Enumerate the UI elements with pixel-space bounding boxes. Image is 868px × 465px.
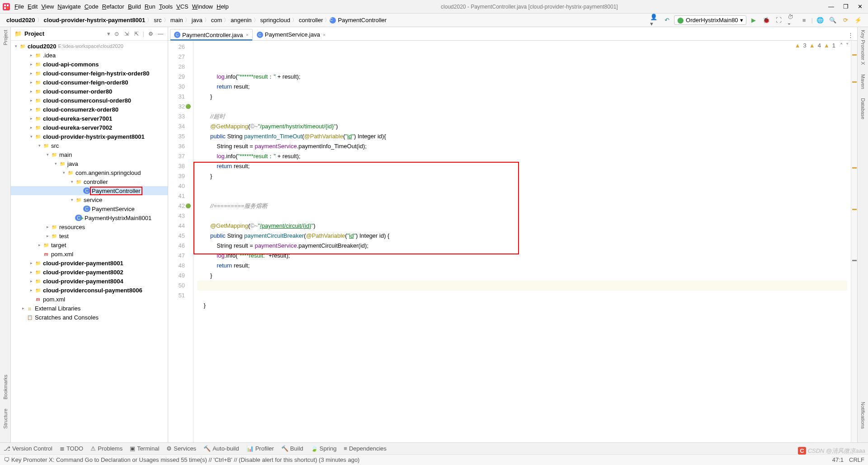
close-tab-icon[interactable]: × bbox=[245, 32, 248, 38]
tree-root[interactable]: ▾📁cloud2020E:\idea-workspace\cloud2020 bbox=[11, 42, 168, 51]
tree-item[interactable]: ▾📁controller bbox=[11, 177, 168, 186]
tree-item[interactable]: ▸📁cloud-provider-payment8004 bbox=[11, 277, 168, 286]
tree-item[interactable]: ▸📁cloud-consumer-feign-hystrix-order80 bbox=[11, 69, 168, 78]
tree-item[interactable]: ▾📁cloud-provider-hystrix-payment8001 bbox=[11, 132, 168, 141]
menu-window[interactable]: Window bbox=[190, 2, 215, 11]
chevron-down-icon[interactable]: ▾ bbox=[107, 30, 110, 37]
tree-item[interactable]: mpom.xml bbox=[11, 295, 168, 304]
expand-all-icon[interactable]: ⇲ bbox=[123, 30, 130, 38]
tree-item[interactable]: 📋Scratches and Consoles bbox=[11, 313, 168, 322]
bottom-tool-build[interactable]: 🔨Build bbox=[281, 445, 303, 452]
back-icon[interactable]: ↶ bbox=[663, 16, 671, 24]
tree-item[interactable]: ▸📁cloud-provider-payment8001 bbox=[11, 258, 168, 268]
profile-icon[interactable]: ⏱▾ bbox=[788, 16, 796, 24]
inspection-widget[interactable]: ▲3 ▲4 ▲1 ˄ ˅ bbox=[795, 42, 849, 49]
tree-item[interactable]: ▸📁target bbox=[11, 240, 168, 249]
maximize-button[interactable]: ❐ bbox=[843, 3, 849, 10]
tree-item[interactable]: ▸📁cloud-providerconsul-payment8006 bbox=[11, 286, 168, 295]
bottom-tool-terminal[interactable]: ▣Terminal bbox=[130, 445, 159, 452]
settings-icon[interactable]: ⚡ bbox=[854, 16, 862, 24]
editor-tab[interactable]: CPaymentController.java× bbox=[170, 29, 253, 41]
tree-item[interactable]: ▾📁com.angenin.springcloud bbox=[11, 168, 168, 177]
code-text[interactable]: log.info("******result：" + result); retu… bbox=[193, 41, 851, 442]
menu-view[interactable]: View bbox=[39, 2, 56, 11]
breadcrumb[interactable]: cloud2020 bbox=[5, 16, 37, 24]
tree-item[interactable]: ▸📁cloud-eureka-server7001 bbox=[11, 114, 168, 123]
bottom-tool-auto-build[interactable]: 🔨Auto-build bbox=[203, 445, 239, 452]
close-tab-icon[interactable]: × bbox=[323, 32, 326, 38]
menu-navigate[interactable]: Navigate bbox=[56, 2, 82, 11]
tree-item[interactable]: ▸⫼External Libraries bbox=[11, 304, 168, 313]
breadcrumb[interactable]: com bbox=[209, 16, 224, 24]
settings-gear-icon[interactable]: ⚙ bbox=[147, 30, 154, 38]
breadcrumb[interactable]: controller bbox=[297, 16, 325, 24]
tabs-more-icon[interactable]: ⋮ bbox=[844, 30, 857, 40]
rail-project[interactable]: Project bbox=[3, 30, 8, 45]
breadcrumb[interactable]: angenin bbox=[229, 16, 253, 24]
menu-help[interactable]: Help bbox=[215, 2, 231, 11]
run-gutter-icon[interactable]: 🟢 bbox=[185, 102, 191, 112]
line-separator[interactable]: CRLF bbox=[849, 456, 864, 463]
tree-item[interactable]: ▸📁cloud-consumerzk-order80 bbox=[11, 105, 168, 114]
menu-build[interactable]: Build bbox=[126, 2, 143, 11]
breadcrumb[interactable]: java bbox=[190, 16, 204, 24]
breadcrumb[interactable]: main bbox=[169, 16, 185, 24]
tree-item[interactable]: ▸📁cloud-consumer-order80 bbox=[11, 87, 168, 96]
tree-item[interactable]: ▾📁main bbox=[11, 150, 168, 159]
rail-maven[interactable]: Maven bbox=[860, 74, 866, 89]
menu-code[interactable]: Code bbox=[83, 2, 100, 11]
stop-button-icon[interactable]: ■ bbox=[800, 16, 808, 24]
rail-database[interactable]: Database bbox=[860, 98, 866, 119]
error-stripe[interactable] bbox=[851, 41, 857, 442]
add-user-icon[interactable]: 👤▾ bbox=[650, 16, 658, 24]
hide-pane-icon[interactable]: — bbox=[157, 30, 164, 38]
menu-tools[interactable]: Tools bbox=[157, 2, 175, 11]
breadcrumb[interactable]: src bbox=[152, 16, 163, 24]
menu-edit[interactable]: Edit bbox=[26, 2, 39, 11]
run-button-icon[interactable]: ▶ bbox=[750, 16, 758, 24]
tree-item[interactable]: ▸📁cloud-consumerconsul-order80 bbox=[11, 96, 168, 105]
tree-item[interactable]: ▸📁resources bbox=[11, 222, 168, 231]
run-config-combo[interactable]: ⬤ OrderHystrixMain80 ▾ bbox=[674, 15, 746, 25]
menu-vcs[interactable]: VCS bbox=[175, 2, 190, 11]
bottom-tool-version-control[interactable]: ⎇Version Control bbox=[4, 445, 52, 452]
breadcrumb[interactable]: PaymentController bbox=[336, 16, 388, 24]
tree-item[interactable]: ▸📁test bbox=[11, 231, 168, 240]
rail-structure[interactable]: Structure bbox=[3, 409, 8, 429]
tree-item[interactable]: ▾📁java bbox=[11, 159, 168, 168]
breadcrumb[interactable]: cloud-provider-hystrix-payment8001 bbox=[42, 16, 147, 24]
tree-item[interactable]: ▸📁cloud-provider-payment8002 bbox=[11, 268, 168, 277]
tree-item[interactable]: ▸📁cloud-eureka-server7002 bbox=[11, 123, 168, 132]
bottom-tool-dependencies[interactable]: ≡Dependencies bbox=[344, 445, 387, 452]
tree-item[interactable]: mpom.xml bbox=[11, 249, 168, 258]
project-title[interactable]: Project bbox=[24, 30, 104, 37]
rail-notifications[interactable]: Notifications bbox=[860, 402, 866, 429]
run-gutter-icon[interactable]: 🟢 bbox=[185, 201, 191, 211]
menu-run[interactable]: Run bbox=[143, 2, 157, 11]
breadcrumb[interactable]: springcloud bbox=[259, 16, 292, 24]
tree-item[interactable]: ▸📁cloud-api-commons bbox=[11, 60, 168, 69]
bottom-tool-profiler[interactable]: 📊Profiler bbox=[246, 445, 274, 452]
bottom-tool-problems[interactable]: ⚠Problems bbox=[90, 445, 123, 452]
bottom-tool-todo[interactable]: ≣TODO bbox=[60, 445, 83, 452]
caret-position[interactable]: 47:1 bbox=[832, 456, 844, 463]
bottom-tool-services[interactable]: ⚙Services bbox=[166, 445, 196, 452]
tree-item[interactable]: C▶PaymentHystrixMain8001 bbox=[11, 213, 168, 222]
tree-item[interactable]: CPaymentController bbox=[11, 186, 168, 195]
tree-item[interactable]: ▾📁src bbox=[11, 141, 168, 150]
bottom-tool-spring[interactable]: 🍃Spring bbox=[311, 445, 337, 452]
debug-button-icon[interactable]: 🐞 bbox=[762, 16, 770, 24]
code-area[interactable]: ▲3 ▲4 ▲1 ˄ ˅ 26272829303132🟢333435363738… bbox=[168, 41, 857, 442]
select-opened-icon[interactable]: ⊙ bbox=[113, 30, 120, 38]
tree-item[interactable]: CPaymentService bbox=[11, 204, 168, 213]
menu-file[interactable]: File bbox=[13, 2, 26, 11]
editor-tab[interactable]: CPaymentService.java× bbox=[253, 29, 330, 40]
close-button[interactable]: ✕ bbox=[858, 3, 863, 10]
update-icon[interactable]: ⟳ bbox=[841, 16, 849, 24]
search-everywhere-icon[interactable]: 🔍 bbox=[829, 16, 837, 24]
chevron-down-icon[interactable]: ˅ bbox=[846, 42, 849, 49]
chevron-up-icon[interactable]: ˄ bbox=[840, 42, 843, 49]
tree-item[interactable]: ▾📁service bbox=[11, 195, 168, 204]
translate-icon[interactable]: 🌐 bbox=[816, 16, 824, 24]
rail-bookmarks[interactable]: Bookmarks bbox=[3, 375, 8, 399]
